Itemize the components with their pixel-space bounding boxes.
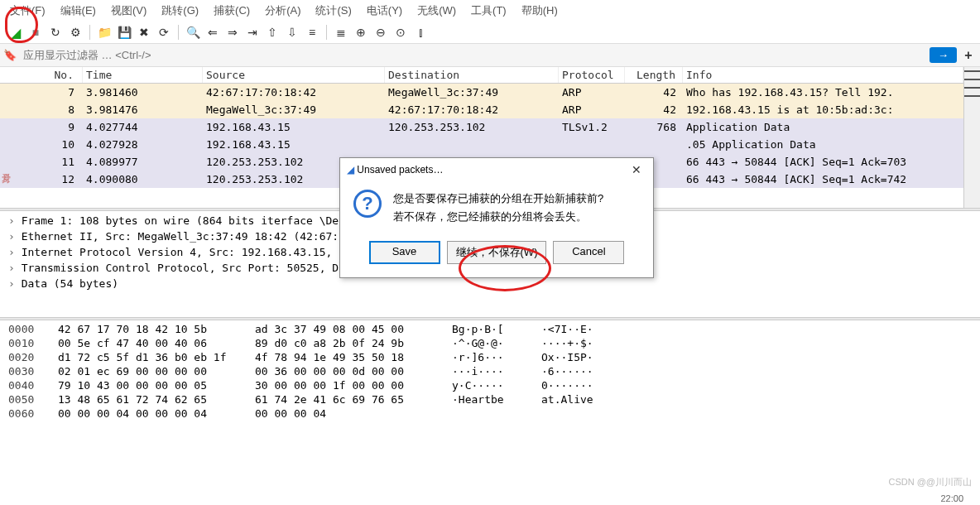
zoom-in-icon[interactable]: ⊕ xyxy=(352,23,370,41)
cell-proto: TLSv1.2 xyxy=(559,119,625,135)
cell-info: Application Data xyxy=(683,119,963,135)
packet-row[interactable]: 73.98146042:67:17:70:18:42MegaWell_3c:37… xyxy=(0,84,963,101)
hex-line[interactable]: 001000 5e cf 47 40 00 40 0689 d0 c0 a8 2… xyxy=(8,336,972,350)
dialog-message: 您是否要保存已捕获的分组在开始新捕获前? 若不保存，您已经捕获的分组将会丢失。 xyxy=(393,190,603,226)
cell-len: 42 xyxy=(625,84,683,100)
menu-bar: 文件(F)编辑(E)视图(V)跳转(G)捕获(C)分析(A)统计(S)电话(Y)… xyxy=(0,0,980,22)
bookmark-icon[interactable]: 🔖 xyxy=(3,49,20,61)
hex-line[interactable]: 006000 00 00 04 00 00 00 0400 00 00 04 xyxy=(8,406,972,421)
cell-dst: MegaWell_3c:37:49 xyxy=(385,84,559,100)
question-icon: ? xyxy=(353,190,382,218)
cell-src: 192.168.43.15 xyxy=(203,119,385,135)
cell-proto: ARP xyxy=(559,84,625,100)
menu-item[interactable]: 统计(S) xyxy=(315,3,351,18)
cell-time: 4.090080 xyxy=(83,171,203,187)
stop-icon[interactable]: ■ xyxy=(26,23,45,41)
col-src[interactable]: Source xyxy=(203,67,385,83)
cell-no: 10 xyxy=(0,137,83,152)
cell-dst xyxy=(385,137,559,152)
zoom-reset-icon[interactable]: ⊙ xyxy=(392,23,410,41)
packet-list-header: No. Time Source Destination Protocol Len… xyxy=(0,67,963,84)
display-filter-input[interactable] xyxy=(20,46,930,65)
restart-icon[interactable]: ↻ xyxy=(46,23,65,41)
cell-time: 4.027744 xyxy=(83,119,203,135)
save-icon[interactable]: 💾 xyxy=(115,23,133,41)
cell-info: Who has 192.168.43.15? Tell 192. xyxy=(683,84,963,100)
zoom-out-icon[interactable]: ⊖ xyxy=(372,23,390,41)
cell-no: 9 xyxy=(0,119,83,135)
continue-without-saving-button[interactable]: 继续，不保存(W) xyxy=(447,241,547,264)
go-to-icon[interactable]: ⇥ xyxy=(243,23,262,41)
col-time[interactable]: Time xyxy=(83,67,203,83)
cell-time: 3.981476 xyxy=(83,102,203,118)
main-toolbar: ◢■↻⚙📁💾✖⟳🔍⇐⇒⇥⇧⇩≡≣⊕⊖⊙⫿ xyxy=(0,22,980,44)
unsaved-packets-dialog: ◢ Unsaved packets… ✕ ? 您是否要保存已捕获的分组在开始新捕… xyxy=(339,157,654,278)
watermark: CSDN @@川川而山 xyxy=(888,476,972,488)
cell-len: 42 xyxy=(625,102,683,118)
hex-line[interactable]: 004079 10 43 00 00 00 00 0530 00 00 00 1… xyxy=(8,378,972,392)
go-back-icon[interactable]: ⇐ xyxy=(204,23,222,41)
apply-filter-button[interactable]: → xyxy=(930,47,957,63)
cell-proto: ARP xyxy=(559,102,625,118)
cell-len xyxy=(625,137,683,152)
menu-item[interactable]: 跳转(G) xyxy=(161,3,199,18)
cell-time: 4.027928 xyxy=(83,137,203,152)
save-button[interactable]: Save xyxy=(369,241,440,264)
options-icon[interactable]: ⚙ xyxy=(66,23,84,41)
cell-src: 192.168.43.15 xyxy=(203,137,385,152)
menu-item[interactable]: 视图(V) xyxy=(111,3,147,18)
auto-scroll-icon[interactable]: ≡ xyxy=(303,23,321,41)
shark-fin-icon[interactable]: ◢ xyxy=(7,23,25,41)
reload-icon[interactable]: ⟳ xyxy=(155,23,173,41)
packet-row[interactable]: 94.027744192.168.43.15120.253.253.102TLS… xyxy=(0,118,963,136)
menu-item[interactable]: 捕获(C) xyxy=(214,3,250,18)
col-info[interactable]: Info xyxy=(683,67,963,83)
colorize-icon[interactable]: ≣ xyxy=(332,23,350,41)
cell-no: 7 xyxy=(0,84,83,100)
go-forward-icon[interactable]: ⇒ xyxy=(223,23,242,41)
cell-no: 12 xyxy=(0,171,83,187)
col-no[interactable]: No. xyxy=(0,67,83,83)
go-last-icon[interactable]: ⇩ xyxy=(283,23,301,41)
cell-info: 66 443 → 50844 [ACK] Seq=1 Ack=703 xyxy=(683,154,963,170)
packet-row[interactable]: 104.027928192.168.43.15.05 Application D… xyxy=(0,136,963,153)
col-dst[interactable]: Destination xyxy=(385,67,559,83)
menu-item[interactable]: 无线(W) xyxy=(417,3,456,18)
menu-item[interactable]: 工具(T) xyxy=(471,3,507,18)
hex-line[interactable]: 000042 67 17 70 18 42 10 5bad 3c 37 49 0… xyxy=(8,322,972,336)
menu-item[interactable]: 编辑(E) xyxy=(60,3,96,18)
cell-dst: 42:67:17:70:18:42 xyxy=(385,102,559,118)
dialog-close-button[interactable]: ✕ xyxy=(627,163,646,176)
find-icon[interactable]: 🔍 xyxy=(184,23,202,41)
cell-src: 42:67:17:70:18:42 xyxy=(203,84,385,100)
col-len[interactable]: Length xyxy=(625,67,683,83)
packet-bytes-hex[interactable]: 000042 67 17 70 18 42 10 5bad 3c 37 49 0… xyxy=(0,320,980,446)
cell-time: 3.981460 xyxy=(83,84,203,100)
packet-minimap[interactable] xyxy=(963,67,980,208)
add-filter-button[interactable]: + xyxy=(960,48,977,63)
hex-line[interactable]: 005013 48 65 61 72 74 62 6561 74 2e 41 6… xyxy=(8,392,972,406)
hex-line[interactable]: 003002 01 ec 69 00 00 00 0000 36 00 00 0… xyxy=(8,364,972,378)
close-file-icon[interactable]: ✖ xyxy=(135,23,153,41)
cell-no: 8 xyxy=(0,102,83,118)
resize-columns-icon[interactable]: ⫿ xyxy=(411,23,430,41)
dialog-title: ◢ Unsaved packets… xyxy=(347,164,443,176)
status-time: 22:00 xyxy=(924,492,980,505)
menu-item[interactable]: 分析(A) xyxy=(265,3,300,18)
packet-row[interactable]: 83.981476MegaWell_3c:37:4942:67:17:70:18… xyxy=(0,101,963,118)
col-proto[interactable]: Protocol xyxy=(559,67,625,83)
cell-info: 192.168.43.15 is at 10:5b:ad:3c: xyxy=(683,102,963,118)
side-label: 爱 月 xyxy=(0,166,12,168)
cell-no: 11 xyxy=(0,154,83,170)
cell-src: MegaWell_3c:37:49 xyxy=(203,102,385,118)
hex-line[interactable]: 0020d1 72 c5 5f d1 36 b0 eb 1f4f 78 94 1… xyxy=(8,350,972,364)
menu-item[interactable]: 帮助(H) xyxy=(521,3,558,18)
open-icon[interactable]: 📁 xyxy=(95,23,113,41)
cell-time: 4.089977 xyxy=(83,154,203,170)
menu-item[interactable]: 文件(F) xyxy=(10,3,46,18)
go-first-icon[interactable]: ⇧ xyxy=(263,23,281,41)
menu-item[interactable]: 电话(Y) xyxy=(367,3,402,18)
cell-info: .05 Application Data xyxy=(683,137,963,152)
cell-dst: 120.253.253.102 xyxy=(385,119,559,135)
cancel-button[interactable]: Cancel xyxy=(553,241,624,264)
